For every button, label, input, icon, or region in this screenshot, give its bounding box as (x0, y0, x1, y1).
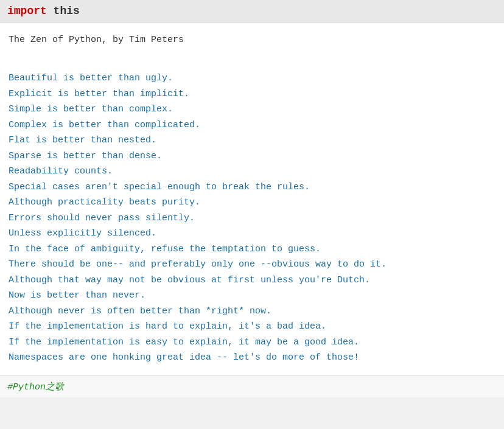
zen-line: There should be one-- and preferably onl… (9, 257, 495, 273)
bottom-text: #Python之歌 (7, 382, 64, 392)
zen-line: Errors should never pass silently. (9, 211, 495, 226)
zen-line: Now is better than never. (9, 288, 495, 304)
zen-line: Readability counts. (9, 164, 495, 180)
zen-lines: Beautiful is better than ugly.Explicit i… (9, 71, 495, 366)
main-content: The Zen of Python, by Tim Peters Beautif… (0, 23, 504, 375)
zen-line: Although that way may not be obvious at … (9, 273, 495, 288)
zen-line: Unless explicitly silenced. (9, 226, 495, 242)
zen-line: In the face of ambiguity, refuse the tem… (9, 242, 495, 257)
zen-line: Although practicality beats purity. (9, 195, 495, 211)
top-bar: import this (0, 0, 504, 23)
bottom-bar: #Python之歌 (0, 375, 504, 397)
import-rest: this (47, 5, 80, 17)
zen-line: Namespaces are one honking great idea --… (9, 350, 495, 366)
zen-line: Beautiful is better than ugly. (9, 71, 495, 86)
zen-line: Although never is often better than *rig… (9, 304, 495, 319)
zen-line: Flat is better than nested. (9, 133, 495, 148)
zen-title: The Zen of Python, by Tim Peters (9, 32, 495, 48)
import-keyword: import (7, 5, 47, 17)
zen-line: Special cases aren't special enough to b… (9, 180, 495, 195)
zen-line: If the implementation is hard to explain… (9, 319, 495, 335)
zen-line: Sparse is better than dense. (9, 148, 495, 164)
zen-line: If the implementation is easy to explain… (9, 335, 495, 351)
zen-line: Simple is better than complex. (9, 102, 495, 117)
zen-line: Complex is better than complicated. (9, 117, 495, 133)
zen-line: Explicit is better than implicit. (9, 86, 495, 102)
